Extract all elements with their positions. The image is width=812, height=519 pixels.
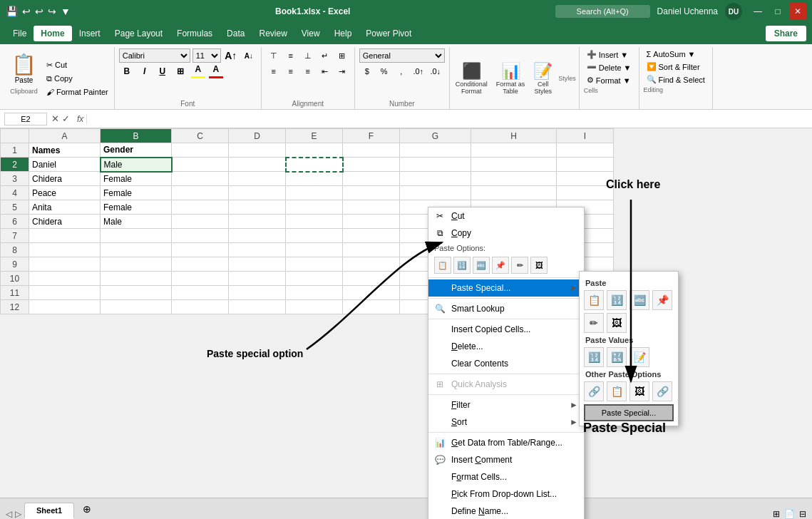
cell-1-D[interactable] bbox=[229, 143, 286, 158]
cell-2-A[interactable]: Daniel bbox=[29, 158, 101, 172]
font-grow-button[interactable]: A↑ bbox=[223, 48, 239, 63]
cell-11-D[interactable] bbox=[229, 286, 286, 300]
menu-page-layout[interactable]: Page Layout bbox=[108, 26, 170, 41]
menu-insert[interactable]: Insert bbox=[72, 26, 108, 41]
cell-4-C[interactable] bbox=[172, 186, 229, 200]
cell-10-F[interactable] bbox=[343, 272, 400, 286]
increase-indent-button[interactable]: ⇥ bbox=[334, 64, 350, 78]
cell-8-E[interactable] bbox=[286, 243, 343, 257]
align-top-button[interactable]: ⊤ bbox=[266, 48, 282, 63]
cell-9-D[interactable] bbox=[229, 257, 286, 272]
cell-11-C[interactable] bbox=[172, 286, 229, 300]
cell-4-F[interactable] bbox=[343, 186, 400, 200]
cell-10-E[interactable] bbox=[286, 272, 343, 286]
cell-3-A[interactable]: Chidera bbox=[29, 172, 101, 186]
undo-icon2[interactable]: ↩ bbox=[35, 6, 43, 17]
cell-9-B[interactable] bbox=[101, 257, 172, 272]
cell-8-F[interactable] bbox=[343, 243, 400, 257]
decrease-indent-button[interactable]: ⇤ bbox=[317, 64, 333, 78]
cell-8-D[interactable] bbox=[229, 243, 286, 257]
cm-get-data[interactable]: 📊 Get Data from Table/Range... bbox=[428, 434, 584, 451]
menu-file[interactable]: File bbox=[6, 26, 34, 41]
col-header-H[interactable]: H bbox=[471, 129, 557, 143]
conditional-format-button[interactable]: ⬛ Conditional Format bbox=[453, 61, 490, 96]
share-button[interactable]: Share bbox=[766, 26, 806, 41]
cell-4-G[interactable] bbox=[400, 186, 471, 200]
number-format-select[interactable]: General bbox=[359, 48, 445, 63]
col-header-G[interactable]: G bbox=[400, 129, 471, 143]
menu-data[interactable]: Data bbox=[220, 26, 252, 41]
cell-10-B[interactable] bbox=[101, 272, 172, 286]
minimize-button[interactable]: — bbox=[749, 3, 766, 20]
cm-format-cells[interactable]: Format Cells... bbox=[428, 468, 584, 485]
cell-1-A[interactable]: Names bbox=[29, 143, 101, 158]
cell-2-D[interactable] bbox=[229, 158, 286, 172]
font-color-button[interactable]: A bbox=[208, 64, 224, 78]
cell-1-E[interactable] bbox=[286, 143, 343, 158]
cell-5-F[interactable] bbox=[343, 200, 400, 215]
cell-6-C[interactable] bbox=[172, 215, 229, 229]
cell-10-D[interactable] bbox=[229, 272, 286, 286]
cell-styles-button[interactable]: 📝 Cell Styles bbox=[530, 61, 555, 96]
op-icon-3[interactable]: 🖼 bbox=[629, 381, 649, 401]
cell-12-B[interactable] bbox=[101, 300, 172, 314]
cell-reference-box[interactable] bbox=[4, 113, 47, 125]
cell-8-A[interactable] bbox=[29, 243, 101, 257]
insert-cells-button[interactable]: ➕ Insert▼ bbox=[584, 48, 634, 61]
save-icon[interactable]: 💾 bbox=[6, 6, 18, 17]
menu-view[interactable]: View bbox=[294, 26, 327, 41]
paste-opt-4[interactable]: 📌 bbox=[492, 257, 509, 274]
cell-6-E[interactable] bbox=[286, 215, 343, 229]
menu-home[interactable]: Home bbox=[34, 26, 71, 41]
cell-7-D[interactable] bbox=[229, 229, 286, 243]
percent-button[interactable]: % bbox=[376, 64, 392, 78]
cell-4-H[interactable] bbox=[471, 186, 557, 200]
comma-button[interactable]: , bbox=[394, 64, 409, 78]
menu-review[interactable]: Review bbox=[252, 26, 294, 41]
search-box[interactable]: Search (Alt+Q) bbox=[555, 5, 650, 18]
cell-1-G[interactable] bbox=[400, 143, 471, 158]
cell-3-B[interactable]: Female bbox=[101, 172, 172, 186]
ps-icon-3[interactable]: 🔤 bbox=[629, 290, 649, 310]
cell-6-D[interactable] bbox=[229, 215, 286, 229]
cell-8-C[interactable] bbox=[172, 243, 229, 257]
cell-2-B[interactable]: Male bbox=[101, 158, 172, 172]
cell-12-A[interactable] bbox=[29, 300, 101, 314]
merge-center-button[interactable]: ⊞ bbox=[334, 48, 350, 63]
font-shrink-button[interactable]: A↓ bbox=[241, 48, 257, 63]
cell-6-F[interactable] bbox=[343, 215, 400, 229]
cell-4-E[interactable] bbox=[286, 186, 343, 200]
cm-sort[interactable]: Sort ► bbox=[428, 413, 584, 431]
menu-power-pivot[interactable]: Power Pivot bbox=[359, 26, 418, 41]
cm-pick-dropdown[interactable]: Pick From Drop-down List... bbox=[428, 485, 584, 503]
cell-9-A[interactable] bbox=[29, 257, 101, 272]
cm-paste-special[interactable]: Paste Special... ► bbox=[428, 279, 584, 297]
cell-5-C[interactable] bbox=[172, 200, 229, 215]
col-header-I[interactable]: I bbox=[557, 129, 614, 143]
cell-9-F[interactable] bbox=[343, 257, 400, 272]
cell-7-B[interactable] bbox=[101, 229, 172, 243]
cell-12-D[interactable] bbox=[229, 300, 286, 314]
cell-5-D[interactable] bbox=[229, 200, 286, 215]
customize-qat-icon[interactable]: ▼ bbox=[61, 6, 71, 17]
scroll-right-icon[interactable]: ▷ bbox=[15, 509, 21, 519]
redo-icon[interactable]: ↪ bbox=[48, 6, 56, 17]
cm-insert-comment[interactable]: 💬 Insert Comment bbox=[428, 451, 584, 468]
sort-filter-button[interactable]: 🔽 Sort & Filter bbox=[644, 61, 708, 73]
col-header-F[interactable]: F bbox=[343, 129, 400, 143]
cell-8-B[interactable] bbox=[101, 243, 172, 257]
pv-icon-1[interactable]: 🔢 bbox=[584, 347, 604, 367]
align-middle-button[interactable]: ≡ bbox=[283, 48, 299, 63]
page-break-icon[interactable]: ⊟ bbox=[799, 509, 806, 519]
paste-opt-1[interactable]: 📋 bbox=[434, 257, 451, 274]
cell-7-C[interactable] bbox=[172, 229, 229, 243]
pv-icon-2[interactable]: 🔣 bbox=[607, 347, 627, 367]
paste-special-button[interactable]: Paste Special... bbox=[584, 404, 674, 421]
align-center-button[interactable]: ≡ bbox=[283, 64, 299, 78]
cell-3-D[interactable] bbox=[229, 172, 286, 186]
cell-4-D[interactable] bbox=[229, 186, 286, 200]
user-avatar[interactable]: DU bbox=[725, 3, 742, 20]
cell-3-G[interactable] bbox=[400, 172, 471, 186]
cell-9-C[interactable] bbox=[172, 257, 229, 272]
maximize-button[interactable]: □ bbox=[769, 3, 786, 20]
